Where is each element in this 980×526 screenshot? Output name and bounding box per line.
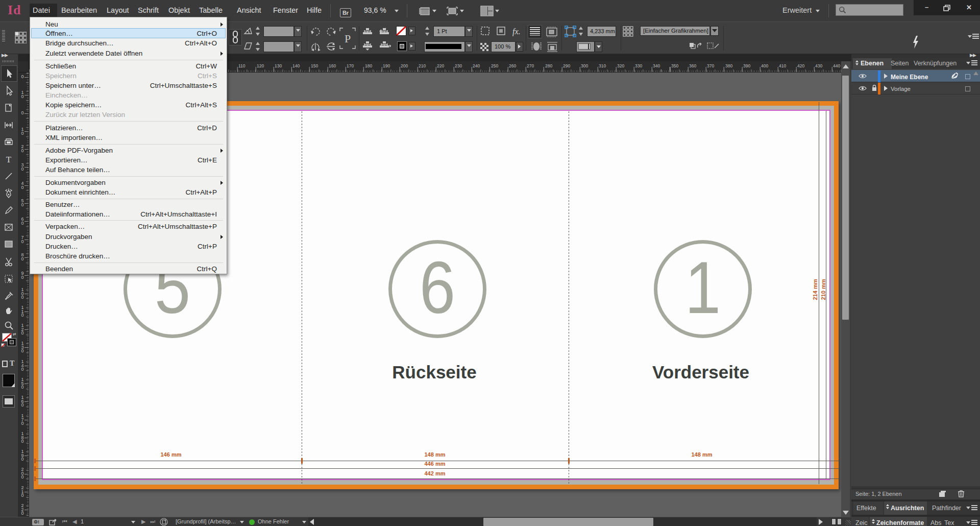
svg-text:P: P [345,32,351,45]
svg-text:T: T [6,155,12,164]
